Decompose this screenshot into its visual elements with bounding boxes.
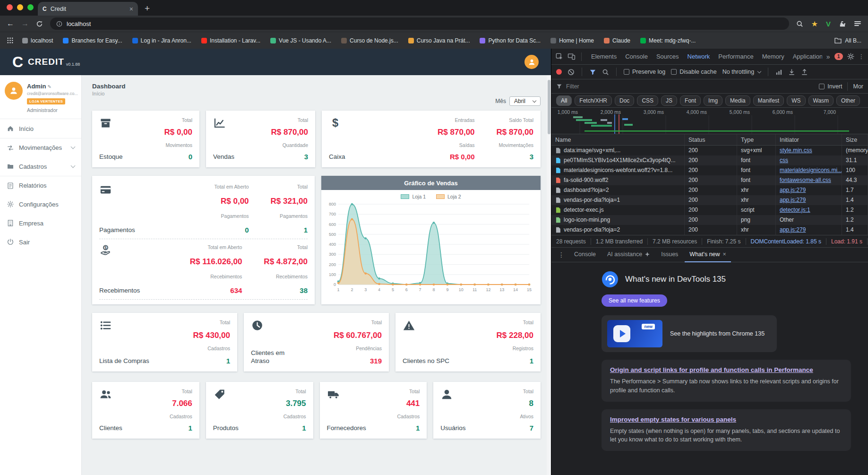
- devtools-tab-elements[interactable]: Elements: [587, 49, 620, 64]
- bookmark-item[interactable]: Curso Java na Prát...: [408, 37, 470, 44]
- bookmark-item[interactable]: Installation - Larav...: [201, 37, 260, 44]
- drawer-tab-whats-new[interactable]: What's new ×: [685, 248, 731, 262]
- inspect-element-icon[interactable]: [555, 52, 563, 60]
- devtools-tab-application[interactable]: Application: [789, 49, 822, 64]
- network-conditions-icon[interactable]: [775, 69, 782, 76]
- device-toolbar-icon[interactable]: [567, 52, 576, 60]
- network-request-row[interactable]: dashboard?loja=2200xhrapp.js:2791.7: [551, 185, 868, 195]
- sidebar-item-inicio[interactable]: Início: [0, 119, 81, 138]
- filter-chip-fetch-xhr[interactable]: Fetch/XHR: [575, 95, 612, 106]
- throttling-select[interactable]: No throttling: [722, 69, 761, 75]
- highlights-card[interactable]: new See the highlights from Chrome 135: [602, 315, 777, 352]
- play-icon[interactable]: [613, 325, 630, 342]
- bookmark-item[interactable]: Curso de Node.js...: [341, 37, 398, 44]
- preserve-log-checkbox[interactable]: Preserve log: [624, 69, 665, 75]
- filter-chip-img[interactable]: Img: [704, 95, 722, 106]
- request-initiator[interactable]: fontawesome-all.css: [780, 177, 831, 183]
- more-panels-icon[interactable]: »: [826, 53, 830, 60]
- network-request-row[interactable]: data:image/svg+xml,...200svg+xmlstyle.mi…: [551, 146, 868, 155]
- section-link[interactable]: Improved empty states for various panels: [610, 416, 736, 423]
- forward-button[interactable]: →: [21, 19, 29, 28]
- error-badge[interactable]: 1: [834, 53, 843, 60]
- clear-network-log-icon[interactable]: [567, 69, 575, 76]
- checkbox-icon[interactable]: [819, 84, 825, 89]
- close-window-button[interactable]: [7, 4, 13, 10]
- filter-funnel-icon[interactable]: [589, 69, 596, 76]
- network-search-icon[interactable]: [602, 69, 609, 76]
- devtools-tab-memory[interactable]: Memory: [758, 49, 788, 64]
- search-icon[interactable]: [796, 20, 803, 27]
- filter-chip-ws[interactable]: WS: [787, 95, 805, 106]
- devtools-tab-network[interactable]: Network: [684, 49, 714, 64]
- network-filter-input[interactable]: [566, 83, 815, 90]
- filter-chip-wasm[interactable]: Wasm: [808, 95, 834, 106]
- window-controls[interactable]: [7, 4, 34, 10]
- more-filters-label[interactable]: Mor: [853, 83, 863, 90]
- bookmark-item[interactable]: Log in - Jira Anron...: [132, 37, 191, 44]
- extensions-puzzle-icon[interactable]: [839, 20, 846, 27]
- request-initiator[interactable]: materialdesignicons.mi...: [780, 167, 842, 173]
- column-initiator[interactable]: Initiator: [776, 134, 842, 145]
- export-har-icon[interactable]: [801, 69, 808, 76]
- browser-menu-icon[interactable]: [854, 20, 861, 27]
- devtools-tab-performance[interactable]: Performance: [714, 49, 757, 64]
- filter-chip-font[interactable]: Font: [680, 95, 701, 106]
- network-request-row[interactable]: logo-icon-mini.png200pngOther1.2: [551, 215, 868, 225]
- checkbox-icon[interactable]: [624, 69, 629, 75]
- scrollbar-thumb[interactable]: [548, 80, 550, 134]
- section-link[interactable]: Origin and script links for profile and …: [610, 366, 813, 373]
- request-initiator[interactable]: app.js:279: [780, 197, 806, 203]
- video-thumbnail[interactable]: new: [607, 320, 662, 347]
- bookmark-item[interactable]: Home | Home: [550, 37, 594, 44]
- devtools-tab-sources[interactable]: Sources: [653, 49, 683, 64]
- close-icon[interactable]: ×: [723, 251, 726, 258]
- network-request-row[interactable]: detector-exec.js200scriptdetector.js:11.…: [551, 205, 868, 215]
- bookmark-item[interactable]: Vue JS - Usando A...: [270, 37, 331, 44]
- sidebar-item-sair[interactable]: Sair: [0, 233, 81, 251]
- column-size[interactable]: Size: [842, 134, 868, 145]
- address-bar[interactable]: localhost: [50, 17, 789, 30]
- filter-chip-manifest[interactable]: Manifest: [753, 95, 784, 106]
- disable-cache-checkbox[interactable]: Disable cache: [671, 69, 717, 75]
- filter-chip-css[interactable]: CSS: [637, 95, 658, 106]
- user-avatar[interactable]: [524, 55, 539, 69]
- filter-chip-js[interactable]: JS: [661, 95, 677, 106]
- bookmark-item[interactable]: Python for Data Sc...: [480, 37, 541, 44]
- profile-avatar[interactable]: [5, 82, 23, 100]
- bookmark-item[interactable]: Branches for Easy...: [63, 37, 122, 44]
- apps-grid-icon[interactable]: [7, 37, 14, 44]
- checkbox-icon[interactable]: [671, 69, 677, 75]
- month-select[interactable]: Abril: [509, 96, 541, 106]
- maximize-window-button[interactable]: [27, 4, 34, 10]
- invert-filter-checkbox[interactable]: Invert: [819, 83, 842, 90]
- browser-tab[interactable]: C Credit ×: [38, 2, 138, 16]
- bookmark-item[interactable]: localhost: [22, 37, 53, 44]
- network-request-row[interactable]: fa-solid-900.woff2200fontfontawesome-all…: [551, 175, 868, 185]
- column-status[interactable]: Status: [685, 134, 737, 145]
- drawer-tab-issues[interactable]: Issues: [656, 248, 683, 262]
- network-request-row[interactable]: vendas-por-dia?loja=2200xhrapp.js:2791.4: [551, 225, 868, 235]
- v-extension-icon[interactable]: V: [826, 20, 831, 28]
- sidebar-item-configuracoes[interactable]: Configurações: [0, 195, 81, 214]
- network-request-row[interactable]: pe0TMImSLYBIv1o4X1M8ce2xCx3yop4tQ...200f…: [551, 155, 868, 165]
- filter-chip-doc[interactable]: Doc: [615, 95, 634, 106]
- new-tab-button[interactable]: +: [145, 3, 150, 14]
- page-scrollbar[interactable]: [547, 75, 551, 475]
- request-initiator[interactable]: css: [780, 157, 788, 164]
- network-request-row[interactable]: materialdesignicons-webfont.woff2?v=1.8.…: [551, 165, 868, 175]
- drawer-menu-icon[interactable]: ⋮: [555, 251, 567, 259]
- all-bookmarks-button[interactable]: All B...: [834, 37, 861, 44]
- record-network-log-button[interactable]: [556, 69, 562, 75]
- bookmark-item[interactable]: Claude: [604, 37, 630, 44]
- drawer-tab-console[interactable]: Console: [569, 248, 601, 262]
- request-initiator[interactable]: app.js:279: [780, 187, 806, 193]
- filter-chip-all[interactable]: All: [556, 95, 572, 106]
- sidebar-item-movimentacoes[interactable]: Movimentações: [0, 138, 81, 157]
- network-request-row[interactable]: vendas-por-dia?loja=1200xhrapp.js:2791.4: [551, 195, 868, 205]
- import-har-icon[interactable]: [788, 69, 795, 76]
- minimize-window-button[interactable]: [17, 4, 23, 10]
- site-info-icon[interactable]: [56, 21, 62, 27]
- bookmark-star-icon[interactable]: ★: [811, 19, 818, 28]
- tab-close-icon[interactable]: ×: [129, 5, 133, 13]
- kebab-menu-icon[interactable]: ⋮: [859, 53, 865, 60]
